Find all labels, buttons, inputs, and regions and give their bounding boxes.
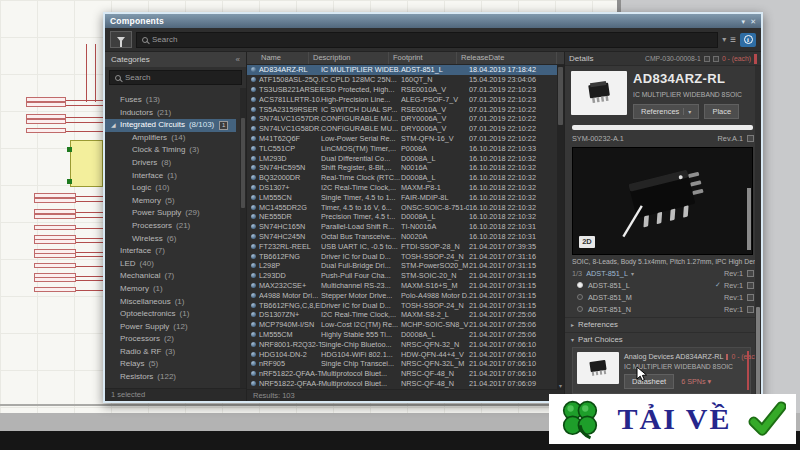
- table-row[interactable]: TLC551CPLinCMOS(TM) Timer,...P0008A16.10…: [247, 143, 557, 153]
- category-item[interactable]: Inductors(21): [105, 107, 246, 120]
- scrollbar-thumb[interactable]: [558, 67, 563, 125]
- table-row[interactable]: MCP7940M-I/SNLow-Cost I2C(TM) Re...MCHP-…: [247, 320, 557, 330]
- table-row[interactable]: SN74LVC1G57DR...CONFIGURABLE MU...DRY000…: [247, 114, 557, 124]
- info-button[interactable]: i: [740, 33, 756, 47]
- table-row[interactable]: NRF51822-QFAA-RMultiprotocol Bluet...NRS…: [247, 379, 557, 389]
- collapse-icon[interactable]: «: [236, 55, 240, 64]
- horizontal-scrollbar[interactable]: [572, 125, 753, 130]
- table-row[interactable]: SN74HC165NParallel-Load Shift R...TI-N00…: [247, 222, 557, 232]
- column-header-description[interactable]: Description: [309, 52, 389, 64]
- category-item[interactable]: Clock & Timing(3): [105, 144, 246, 157]
- main-search-input[interactable]: Search: [136, 32, 718, 48]
- table-row[interactable]: DS1307+I2C Real-Time Clock,...MAXM-P8-11…: [247, 183, 557, 193]
- panel-menu-icon[interactable]: ▾: [742, 18, 746, 25]
- category-item[interactable]: Amplifiers(14): [105, 132, 246, 145]
- table-row[interactable]: NE555DRPrecision Timer, 4.5 t...D0008A_L…: [247, 212, 557, 222]
- table-row[interactable]: ACS781LLRTR-10...High-Precision Line...A…: [247, 94, 557, 104]
- table-row[interactable]: BQ32000DRReal-Time Clock (RTC...D0008A_L…: [247, 173, 557, 183]
- close-icon[interactable]: ✕: [750, 18, 756, 25]
- expand-arrow-icon[interactable]: ◢: [111, 119, 116, 132]
- category-item[interactable]: Processors(21): [105, 220, 246, 233]
- scrollbar-thumb[interactable]: [756, 307, 760, 395]
- table-row[interactable]: M41T62Q6FLow-Power Serial Re...STM-QFN-1…: [247, 134, 557, 144]
- footprint-summary-row[interactable]: 1/3 ADST-851_L ▾ Rev:1: [565, 267, 761, 279]
- radio-icon[interactable]: [577, 294, 583, 300]
- table-row[interactable]: SN74LVC1G58DR...CONFIGURABLE MU...DRY000…: [247, 124, 557, 134]
- category-item[interactable]: Interface(1): [105, 170, 246, 183]
- table-row[interactable]: LM555CNSingle Timer, 4.5 to 1...FAIR-MDI…: [247, 192, 557, 202]
- table-row[interactable]: TS3USB221ARSERESD Protected, High...RSE0…: [247, 85, 557, 95]
- symbol-checkbox[interactable]: [747, 135, 754, 142]
- categories-search-input[interactable]: Search: [109, 70, 242, 85]
- place-button[interactable]: Place: [704, 104, 739, 119]
- chevron-down-icon[interactable]: ▾: [683, 108, 691, 115]
- viewer-scrollbar[interactable]: [747, 188, 751, 250]
- part-choice-card[interactable]: Analog Devices AD834ARZ-RL 0 - (each) IC…: [572, 347, 751, 394]
- footprint-item[interactable]: ADST-851_MRev:1: [565, 291, 761, 303]
- list-view-icon[interactable]: ≡: [730, 35, 736, 45]
- details-scrollbar[interactable]: [755, 66, 761, 401]
- view-2d-button[interactable]: 2D: [579, 236, 595, 248]
- category-item[interactable]: Resistors(122): [105, 371, 246, 384]
- search-dropdown-icon[interactable]: ▾: [722, 35, 726, 44]
- category-item[interactable]: Fuses(13): [105, 94, 246, 107]
- category-item[interactable]: Power Supply(29): [105, 207, 246, 220]
- category-item[interactable]: Radio & RF(3): [105, 346, 246, 359]
- radio-icon[interactable]: [577, 306, 583, 312]
- table-row[interactable]: nRF905Single Chip Transcei...NRSC-QFN-32…: [247, 359, 557, 369]
- category-item[interactable]: Interface(7): [105, 245, 246, 258]
- table-header[interactable]: Name Description Footprint ReleaseDate: [247, 52, 564, 65]
- table-row[interactable]: ATF1508ASL-25Q...IC CPLD 128MC 25N...160…: [247, 75, 557, 85]
- category-item[interactable]: Miscellaneous(1): [105, 296, 246, 309]
- footprint-checkbox[interactable]: [747, 306, 754, 313]
- radio-icon[interactable]: [577, 282, 583, 288]
- category-item[interactable]: LED(40): [105, 258, 246, 271]
- references-section[interactable]: ▸ References: [565, 317, 761, 330]
- scroll-down-icon[interactable]: ▾: [557, 382, 564, 389]
- table-row[interactable]: nRF51822-QFAA-TMultiprotocol Bluet...NRS…: [247, 369, 557, 379]
- part-choices-section[interactable]: ▾ Part Choices: [565, 332, 761, 345]
- model-3d-viewer[interactable]: 2D: [572, 147, 753, 255]
- table-row[interactable]: A4988 Motor Dri...Stepper Motor Drive...…: [247, 290, 557, 300]
- column-header-releasedate[interactable]: ReleaseDate: [457, 52, 557, 64]
- scrollbar-thumb[interactable]: [241, 118, 245, 208]
- table-row[interactable]: NRF8001-R2Q32-TSingle-Chip Bluetoo...NRS…: [247, 339, 557, 349]
- table-row[interactable]: FT232RL-REELUSB UART IC, -0.5 to...FTDI-…: [247, 241, 557, 251]
- references-button[interactable]: References ▾: [633, 104, 699, 119]
- filter-button[interactable]: [110, 31, 132, 48]
- table-row[interactable]: L298PDual Full-Bridge Dri...STM-PowerSO2…: [247, 261, 557, 271]
- table-row[interactable]: TB6612FNG,C,8,ELDriver IC for Dual D...T…: [247, 300, 557, 310]
- table-row[interactable]: TS5A23159RSERIC SWITCH DUAL SP...RSE0010…: [247, 104, 557, 114]
- category-item[interactable]: Drivers(8): [105, 157, 246, 170]
- category-item[interactable]: ◢Integrated Circuits(8/103)1: [105, 119, 236, 132]
- category-item[interactable]: Logic(10): [105, 182, 246, 195]
- table-row[interactable]: LM555CMHighly Stable 555 Ti...D0008A_L21…: [247, 330, 557, 340]
- table-row[interactable]: SN74HC245NOctal Bus Transceive...N0020A1…: [247, 232, 557, 242]
- table-scrollbar[interactable]: ▾: [557, 65, 564, 389]
- table-row[interactable]: MAX232CSE+Multichannel RS-23...MAXM-S16+…: [247, 281, 557, 291]
- category-item[interactable]: Memory(5): [105, 195, 246, 208]
- table-row[interactable]: L293DDPush-Pull Four Cha...STM-SOIC-20_N…: [247, 271, 557, 281]
- category-item[interactable]: Mechanical(7): [105, 270, 246, 283]
- chevron-down-icon[interactable]: ▾: [631, 270, 634, 277]
- schematic-scrollbar[interactable]: [0, 404, 618, 406]
- column-header-name[interactable]: Name: [247, 52, 309, 64]
- category-item[interactable]: Wireless(6): [105, 233, 246, 246]
- category-item[interactable]: Power Supply(12): [105, 321, 246, 334]
- table-row[interactable]: HDG104-DN-2HDG104-WiFi 802.1...HDW-QFN-4…: [247, 349, 557, 359]
- category-item[interactable]: Optoelectronics(1): [105, 308, 246, 321]
- table-row[interactable]: DS1307ZN+I2C Real-Time Clock,...MAXM-S8-…: [247, 310, 557, 320]
- table-row[interactable]: AD834ARZ-RLIC MULTIPLIER WIDEB...ADST-85…: [247, 65, 557, 75]
- symbol-row[interactable]: SYM-00232-A.1 Rev.A.1: [565, 134, 761, 143]
- category-item[interactable]: Memory(1): [105, 283, 246, 296]
- table-row[interactable]: LM293DDual Differential Co...D0008A_L16.…: [247, 153, 557, 163]
- table-row[interactable]: TB6612FNGDriver IC for Dual D...TOSH-SSO…: [247, 251, 557, 261]
- category-item[interactable]: Processors(2): [105, 333, 246, 346]
- spns-link[interactable]: 6 SPNs ▾: [681, 377, 711, 386]
- footprint-checkbox[interactable]: [747, 270, 754, 277]
- table-row[interactable]: SN74HC595NShift Register, 8-Bit,...N0016…: [247, 163, 557, 173]
- panel-titlebar[interactable]: Components ▾ ✕: [105, 14, 761, 28]
- categories-scrollbar[interactable]: [240, 88, 246, 388]
- category-item[interactable]: Relays(5): [105, 358, 246, 371]
- footprint-item[interactable]: ADST-851_L✓Rev:1: [565, 279, 761, 291]
